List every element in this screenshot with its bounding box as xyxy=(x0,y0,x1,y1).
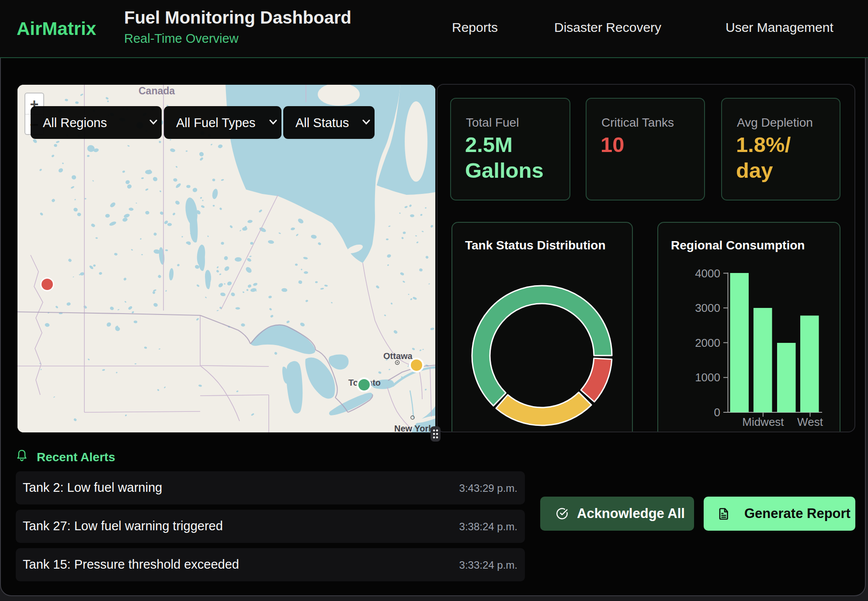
svg-text:Midwest: Midwest xyxy=(742,415,784,428)
svg-text:0: 0 xyxy=(714,406,720,419)
svg-text:4000: 4000 xyxy=(695,267,720,280)
svg-text:2000: 2000 xyxy=(695,336,720,349)
svg-text:New York: New York xyxy=(394,424,434,432)
svg-text:3000: 3000 xyxy=(695,301,720,314)
svg-text:West: West xyxy=(797,415,823,428)
svg-text:1000: 1000 xyxy=(695,371,720,384)
svg-text:Ottawa: Ottawa xyxy=(383,351,413,361)
svg-text:Canada: Canada xyxy=(139,85,175,97)
